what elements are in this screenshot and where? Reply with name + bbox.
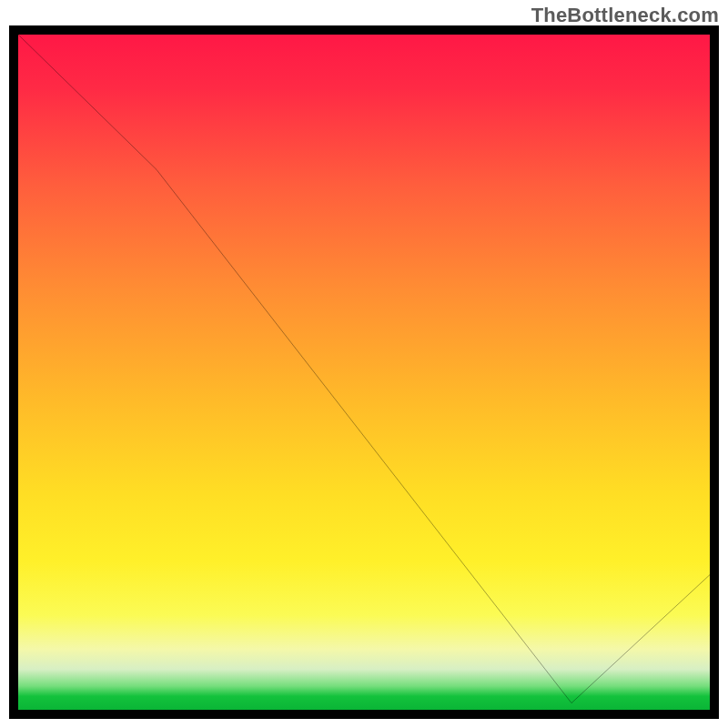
plot-area — [9, 25, 719, 719]
attribution-label: TheBottleneck.com — [531, 4, 719, 27]
chart-container: TheBottleneck.com — [0, 0, 728, 728]
heat-gradient-background — [18, 35, 710, 710]
